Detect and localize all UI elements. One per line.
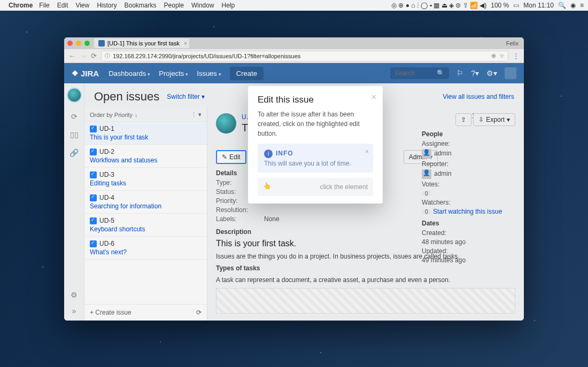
edit-button[interactable]: ✎Edit [216,150,246,164]
info-title: INFO [276,150,293,157]
list-item[interactable]: UD-3Editing tasks [84,168,207,191]
pencil-icon: ✎ [222,153,227,161]
click-element-label: click the element [320,183,368,191]
list-item[interactable]: UD-2Workflows and statuses [84,145,207,168]
votes-badge: 0 [422,191,431,197]
switch-filter[interactable]: Switch filter ▾ [167,93,205,100]
browser-profile[interactable]: Felix [506,40,519,46]
browser-tabbar: [UD-1] This is your first task × Felix [64,37,524,49]
people-heading: People [422,130,515,138]
search-box[interactable]: 🔍 [390,67,449,79]
click-element-bar[interactable]: 👆 click the element [258,178,373,196]
field-label: Resolution: [216,206,264,214]
field-value: None [264,215,280,223]
browser-toolbar: ← → ⟳ ⓘ 192.168.229.174:2990/jira/projec… [64,49,524,63]
description-body: A task can represent a document, a creat… [216,275,515,285]
rail-link-icon[interactable]: 🔗 [69,149,79,157]
view-all-link[interactable]: View all issues and filters [443,93,514,100]
info-body: This will save you a lot of time. [264,160,367,167]
reporter-label: Reporter: [422,160,515,168]
tooltip-close-icon[interactable]: × [372,92,376,102]
rail-activity-icon[interactable]: ⟳ [71,112,78,121]
forward-icon: → [80,52,87,60]
tab-favicon [98,40,105,46]
list-item[interactable]: UD-4Searching for information [84,191,207,214]
settings-icon[interactable]: ⚙▾ [486,69,497,77]
jira-topnav: JIRA Dashboards Projects Issues Create 🔍… [64,63,524,83]
created-label: Created: [422,229,515,237]
help-icon[interactable]: ?▾ [471,69,479,77]
list-item[interactable]: UD-1This is your first task [84,122,207,145]
field-label: Labels: [216,215,264,223]
task-icon [90,240,97,247]
task-icon [90,149,97,155]
info-close-icon[interactable]: × [365,148,369,155]
window-max-icon[interactable] [84,41,90,46]
reload-icon[interactable]: ⟳ [91,52,97,60]
tab-close-icon[interactable]: × [184,41,187,46]
watchers-label: Watchers: [422,199,515,206]
nav-projects[interactable]: Projects [159,69,188,77]
onboarding-tooltip: × Edit this issue To alter the issue aft… [248,86,383,204]
task-icon [90,171,97,178]
task-icon [90,194,97,201]
back-icon[interactable]: ← [68,52,75,60]
jira-logo[interactable]: JIRA [72,69,99,78]
project-siderail: ⟳ ▯▯ 🔗 ⚙ » [64,83,84,321]
share-button[interactable]: ⇪ [455,113,471,126]
updated-value: 49 minutes ago [422,256,515,264]
rail-expand-icon[interactable]: » [72,307,76,315]
task-icon [90,217,97,224]
updated-label: Updated: [422,247,515,255]
votes-label: Votes: [422,181,515,188]
dates-heading: Dates [422,220,515,227]
pointer-icon: 👆 [263,182,273,192]
task-icon [90,126,97,132]
nav-issues[interactable]: Issues [197,69,221,77]
tooltip-title: Edit this issue [258,95,373,105]
export-button[interactable]: ⇩ Export ▾ [473,113,515,126]
info-icon: i [264,150,273,158]
user-avatar-icon [422,149,431,159]
feedback-icon[interactable]: ⚐ [457,69,463,77]
issue-list: Order by Priority↓⋮ ▾ UD-1This is your f… [84,108,207,321]
list-item[interactable]: UD-6What's next? [84,237,207,260]
window-close-icon[interactable] [67,41,73,46]
list-item[interactable]: UD-5Keyboard shortcuts [84,214,207,237]
user-avatar-icon [422,169,431,179]
project-avatar-icon[interactable] [67,88,82,103]
rail-stats-icon[interactable]: ▯▯ [70,130,79,139]
description-illustration [216,288,515,314]
created-value: 48 minutes ago [422,238,515,246]
site-info-icon[interactable]: ⓘ [105,52,110,60]
zoom-icon[interactable]: ⊕ [491,52,496,59]
project-avatar-icon [216,113,236,134]
bookmark-icon[interactable]: ☆ [499,52,505,59]
watchers-badge: 0 [422,209,431,215]
watch-link[interactable]: Start watching this issue [433,208,502,215]
browser-tab[interactable]: [UD-1] This is your first task × [94,38,189,48]
nav-dashboards[interactable]: Dashboards [109,69,150,77]
assignee-label: Assignee: [422,140,515,147]
description-heading: Types of tasks [216,264,260,272]
rail-settings-icon[interactable]: ⚙ [71,291,78,299]
page-title: Open issues [94,90,159,104]
window-min-icon[interactable] [76,41,81,46]
search-input[interactable] [394,69,435,77]
search-icon[interactable]: 🔍 [437,69,445,77]
tab-title: [UD-1] This is your first task [107,40,180,46]
tooltip-info-box: × iINFO This will save you a lot of time… [258,144,373,173]
create-issue-link[interactable]: + Create issue [90,309,131,316]
tooltip-body: To alter the issue after it has been cre… [258,110,373,138]
create-button[interactable]: Create [230,67,264,80]
url-text: 192.168.229.174:2990/jira/projects/UD/is… [113,53,300,59]
list-sort-header[interactable]: Order by Priority↓⋮ ▾ [84,108,207,122]
assignee-value: admin [434,150,452,157]
reporter-value: admin [434,170,452,177]
user-avatar[interactable] [505,67,516,79]
address-bar[interactable]: ⓘ 192.168.229.174:2990/jira/projects/UD/… [101,51,508,61]
refresh-icon[interactable]: ⟳ [196,309,202,316]
menu-icon[interactable]: ⋮ [513,52,520,60]
